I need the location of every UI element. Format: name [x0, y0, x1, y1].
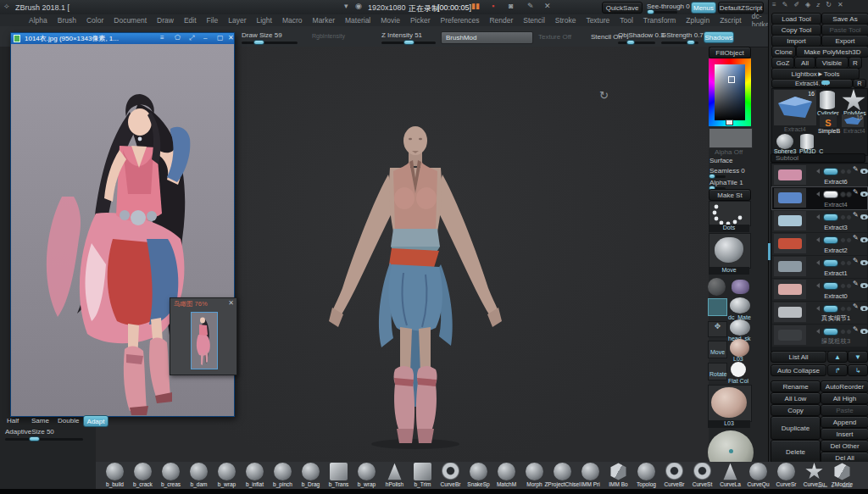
lock-icon[interactable]: ◈ — [805, 1, 810, 8]
subtool-row[interactable]: Extract1 — [772, 256, 867, 278]
toggle-dot-icon[interactable] — [840, 329, 846, 335]
color-marker[interactable] — [728, 76, 735, 83]
brush-thumbnail[interactable] — [442, 463, 459, 480]
brush-item[interactable]: Topolog — [632, 462, 660, 487]
toggle-dot-icon[interactable] — [846, 260, 852, 266]
brush-item[interactable]: b_wrap — [353, 462, 381, 487]
brush-thumbnail[interactable] — [302, 463, 320, 480]
material-sphere[interactable] — [730, 319, 750, 336]
brush-thumbnail[interactable] — [749, 463, 767, 480]
transpose-icon[interactable]: ✥ — [708, 321, 727, 337]
brush-thumbnail[interactable] — [833, 463, 851, 480]
brush-strip-scrollbar[interactable]: ▬▬ ▲▼ ▬▬ — [818, 483, 853, 488]
expand-arrow-button[interactable]: ↳ — [848, 364, 868, 376]
brush-item[interactable]: b_Trim — [409, 462, 437, 487]
polypaint-toggle[interactable] — [823, 305, 838, 313]
double-button[interactable]: Double — [58, 417, 79, 425]
visibility-eye-icon[interactable] — [860, 260, 868, 265]
delete-button[interactable]: Delete — [771, 440, 821, 463]
brushmod-slider[interactable]: BrushMod — [441, 31, 533, 44]
chevron-down-icon[interactable]: ▾ — [344, 2, 348, 10]
edit-pen-icon[interactable] — [853, 188, 859, 196]
brush-item[interactable]: CurveSt — [688, 462, 716, 487]
menu-item[interactable]: Draw — [157, 16, 174, 25]
toggle-dot-icon[interactable] — [846, 283, 852, 289]
polypaint-toggle[interactable] — [823, 236, 838, 244]
rotate-tool-icon[interactable]: Rotate — [708, 363, 727, 380]
edit-pen-icon[interactable] — [853, 165, 859, 173]
simpleb-brush-thumbnail[interactable]: S — [820, 114, 837, 127]
goz-visible-button[interactable]: Visible — [815, 57, 849, 69]
menu-item[interactable]: Macro — [282, 16, 303, 25]
stop-record-icon[interactable]: ▪ — [492, 2, 494, 10]
insert-button[interactable]: Insert — [821, 428, 868, 440]
brush-item[interactable]: ZProjectChisel — [548, 462, 576, 487]
all-low-button[interactable]: All Low — [771, 392, 821, 404]
menu-item[interactable]: Light — [257, 16, 272, 25]
alphatile-slider[interactable]: AlphaTile 1 — [709, 179, 743, 186]
brush-item[interactable]: CurveBr — [660, 462, 688, 487]
menu-item[interactable]: Brush — [58, 16, 76, 25]
visibility-eye-icon[interactable] — [860, 329, 868, 334]
load-tool-button[interactable]: Load Tool — [771, 13, 821, 25]
brush-item[interactable]: IMM Pri — [576, 462, 604, 487]
flat-color-material[interactable] — [731, 362, 746, 377]
surface-label[interactable]: Surface — [709, 157, 733, 164]
del-other-button[interactable]: Del Other — [821, 440, 868, 452]
draw-size-slider[interactable] — [242, 42, 298, 44]
selected-material-tile[interactable] — [708, 298, 727, 316]
make-polymesh3d-button[interactable]: Make PolyMesh3D — [796, 46, 868, 58]
polypaint-toggle[interactable] — [823, 259, 838, 267]
paste-tool-button[interactable]: Paste Tool — [821, 24, 868, 36]
window-menu-icon[interactable]: ≡ — [160, 34, 164, 42]
brush-item[interactable]: 37 IMM Bo — [604, 462, 632, 487]
window-minimize-icon[interactable]: – — [203, 34, 207, 42]
extract-small-thumbnail[interactable]: 16 — [842, 114, 864, 127]
subtool-up-button[interactable]: ▲ — [827, 351, 848, 363]
navigator-popup[interactable]: 鸟瞰图 76% ✕ — [170, 297, 237, 375]
toggle-dot-icon[interactable] — [840, 191, 846, 197]
menu-item[interactable]: Zplugin — [686, 16, 709, 25]
visibility-eye-icon[interactable] — [860, 306, 868, 311]
sphere3-thumbnail[interactable] — [776, 134, 793, 149]
expand-icon[interactable] — [816, 214, 820, 219]
brush-item[interactable]: b_crack — [129, 462, 157, 487]
brush-item[interactable]: b_dam — [185, 462, 213, 487]
edit-pen-icon[interactable] — [853, 325, 859, 333]
brush-item[interactable]: SnakeSp — [465, 462, 492, 487]
toggle-dot-icon[interactable] — [840, 283, 846, 289]
material-sphere[interactable] — [730, 339, 749, 357]
shadows-button[interactable]: Shadows — [704, 31, 734, 43]
brush-item[interactable]: MatchM — [492, 462, 520, 487]
pm3d-thumbnail[interactable] — [800, 134, 814, 149]
brush-thumbnail[interactable] — [777, 463, 795, 480]
brush-doc-icon[interactable]: ✎ — [782, 1, 788, 8]
brush-thumbnail[interactable] — [218, 463, 236, 480]
brush-item[interactable]: b_Trans — [325, 462, 353, 487]
move-tool-icon[interactable]: Move — [708, 341, 727, 358]
brush-thumbnail[interactable] — [498, 463, 515, 480]
tool-slider[interactable]: Extract4. 47 — [771, 79, 853, 88]
material-preview[interactable] — [708, 385, 752, 422]
edit-pen-icon[interactable] — [853, 280, 859, 287]
tool-slider-handle[interactable] — [821, 80, 830, 85]
subtool-row[interactable]: Extract4 — [772, 187, 867, 209]
list-all-button[interactable]: List All — [771, 351, 826, 363]
brush-thumbnail[interactable] — [470, 463, 487, 480]
brush-thumbnail[interactable] — [581, 463, 599, 480]
brush-item[interactable]: b_Drag — [297, 462, 325, 487]
save-as-button[interactable]: Save As — [821, 13, 868, 25]
expand-icon[interactable] — [816, 283, 820, 288]
texture-thumbnail-2[interactable] — [732, 280, 749, 294]
tool-slider-r-button[interactable]: R — [853, 79, 866, 88]
see-through-slider[interactable] — [647, 11, 677, 14]
brush-item[interactable]: b_inflat — [241, 462, 269, 487]
zscript-icon[interactable]: z — [816, 1, 820, 8]
import-button[interactable]: Import — [771, 35, 821, 47]
toggle-dot-icon[interactable] — [840, 306, 846, 312]
half-button[interactable]: Half — [7, 417, 19, 425]
subtool-thumbnail[interactable] — [774, 211, 806, 230]
z-intensity-slider[interactable] — [381, 42, 436, 44]
polypaint-toggle[interactable] — [823, 328, 838, 336]
subtool-row[interactable]: Extract2 — [772, 233, 867, 255]
